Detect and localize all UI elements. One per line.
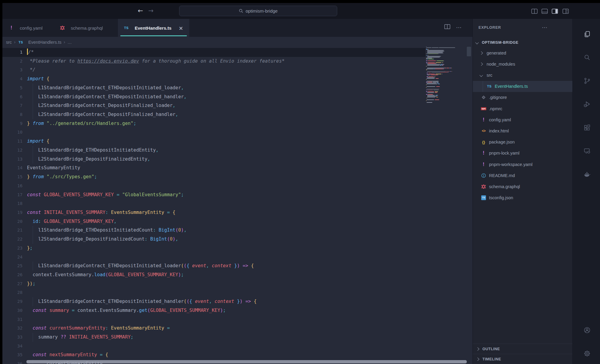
activity-extensions-icon[interactable] [583,123,591,132]
tree-item-pnpm-workspace.yaml[interactable]: !pnpm-workspace.yaml [473,159,573,170]
close-tab-icon[interactable]: × [179,25,183,31]
tab-schema.graphql[interactable]: schema.graphql [54,19,117,37]
split-editor-icon[interactable] [444,24,450,29]
tree-item-schema.graphql[interactable]: schema.graphql [473,181,573,192]
code-line-16[interactable]: 16 [2,182,472,191]
tab-EventHandlers.ts[interactable]: TSEventHandlers.ts× [118,19,189,37]
tree-item-src[interactable]: src [473,70,573,81]
activity-bar [572,19,600,364]
code-line-4[interactable]: 4import { [2,75,472,84]
tree-item-label: tsconfig.json [489,195,513,200]
code-line-25[interactable]: 25 L1StandardBridgeContract_ETHDepositIn… [2,262,472,271]
code-line-24[interactable]: 24 [2,253,472,262]
tab-config.yaml[interactable]: !config.yaml [3,19,56,37]
code-line-28[interactable]: 28 [2,288,472,297]
code-line-31[interactable]: 31 [2,315,472,324]
activity-docker-icon[interactable] [583,170,591,179]
code-line-5[interactable]: 5 L1StandardBridgeContract_ETHDepositIni… [2,84,472,93]
code-area[interactable]: 1/*2 *Please refer to https://docs.envio… [2,48,472,364]
active-tab-underline [120,35,187,36]
code-line-7[interactable]: 7 L2StandardBridgeContract_DepositFinali… [2,101,472,110]
tree-item-node_modules[interactable]: node_modules [473,58,573,70]
line-number: 6 [2,93,22,102]
code-line-17[interactable]: 17const GLOBAL_EVENTS_SUMMARY_KEY = "Glo… [2,191,472,200]
code-line-9[interactable]: 9} from "../generated/src/Handlers.gen"; [2,119,472,128]
code-line-3[interactable]: 3 */ [2,66,472,75]
toggle-secondary-sidebar-icon[interactable] [551,7,559,15]
code-line-12[interactable]: 12 L1StandardBridge_ETHDepositInitiatedE… [2,146,472,155]
tree-item-tsconfig.json[interactable]: TStsconfig.json [473,192,573,203]
activity-accounts-icon[interactable] [583,326,591,334]
code-line-13[interactable]: 13 L2StandardBridge_DepositFinalizedEnti… [2,155,472,164]
code-line-19[interactable]: 19const INITIAL_EVENTS_SUMMARY: EventsSu… [2,208,472,217]
back-arrow-icon[interactable]: ← [136,7,144,15]
line-number: 22 [2,235,22,244]
code-line-32[interactable]: 32 const currentSummaryEntity: EventsSum… [2,324,472,333]
tree-item-pnpm-lock.yaml[interactable]: !pnpm-lock.yaml [473,148,573,159]
code-line-11[interactable]: 11import { [2,137,472,146]
customize-layout-icon[interactable] [562,7,569,15]
tree-item-package.json[interactable]: {}package.json [473,137,573,148]
activity-explorer-icon[interactable] [583,30,591,38]
vertical-scrollbar[interactable] [467,47,471,56]
activity-run-debug-icon[interactable] [583,100,591,108]
workspace-root[interactable]: OPTIMISM-BRIDGE [473,38,576,47]
editor-pane[interactable]: src›TSEventHandlers.ts›… 1/*2 *Please re… [2,37,472,364]
code-line-34[interactable]: 34 [2,342,472,351]
code-line-2[interactable]: 2 *Please refer to https://docs.envio.de… [2,57,472,66]
code-line-18[interactable]: 18 [2,199,472,208]
activity-settings-icon[interactable] [583,349,591,358]
code-line-33[interactable]: 33 summary ?? INITIAL_EVENTS_SUMMARY; [2,333,472,342]
section-outline[interactable]: OUTLINE [473,344,576,354]
minimap[interactable] [426,46,467,106]
activity-source-control-icon[interactable] [583,77,591,85]
command-center-search[interactable]: optimism-bridge [179,6,337,16]
tree-item-index.html[interactable]: <>index.html [473,125,573,136]
tree-item-config.yaml[interactable]: !config.yaml [473,114,573,125]
code-line-text: import { [27,137,50,146]
code-line-29[interactable]: 29 L1StandardBridgeContract_ETHDepositIn… [2,297,472,306]
tree-item-README.md[interactable]: README.md [473,170,573,181]
breadcrumb[interactable]: src›TSEventHandlers.ts›… [6,39,72,46]
section-timeline[interactable]: TIMELINE [473,354,576,364]
tree-item-label: schema.graphql [489,184,520,189]
line-number: 20 [2,217,22,226]
breadcrumb-item[interactable]: EventHandlers.ts [28,40,61,45]
explorer-more-icon[interactable]: ⋯ [542,24,548,30]
forward-arrow-icon[interactable]: → [147,7,155,15]
code-line-8[interactable]: 8 L2StandardBridgeContract_DepositFinali… [2,110,472,119]
toggle-panel-icon[interactable] [541,7,548,15]
code-line-text: const summary = context.EventsSummary.ge… [27,306,226,315]
activity-search-icon[interactable] [583,53,591,62]
code-line-35[interactable]: 35 const nextSummaryEntity = { [2,351,472,360]
code-line-26[interactable]: 26 context.EventsSummary.load(GLOBAL_EVE… [2,271,472,280]
breadcrumb-item[interactable]: … [68,40,72,45]
code-line-21[interactable]: 21 l1StandardBridge_ETHDepositInitiatedC… [2,226,472,235]
breadcrumb-item[interactable]: src [6,40,12,45]
toggle-primary-sidebar-icon[interactable] [530,7,538,15]
editor-more-actions-icon[interactable]: ⋯ [456,24,462,31]
tree-item-.gitignore[interactable]: .gitignore [473,92,573,103]
tree-item-label: generated [487,51,506,55]
line-number: 8 [2,110,22,119]
code-line-20[interactable]: 20 id: GLOBAL_EVENTS_SUMMARY_KEY, [2,217,472,226]
tree-item-.npmrc[interactable]: npm.npmrc [473,103,573,114]
line-number: 34 [2,342,22,351]
line-number: 18 [2,199,22,208]
tree-item-label: EventHandlers.ts [495,84,528,89]
code-line-10[interactable]: 10 [2,128,472,137]
code-line-1[interactable]: 1/* [2,48,472,57]
code-line-27[interactable]: 27}); [2,280,472,289]
npm-icon: npm [481,107,487,110]
code-line-15[interactable]: 15} from "./src/Types.gen"; [2,173,472,182]
tree-item-generated[interactable]: generated [473,47,573,58]
code-line-text: l2StandardBridge_DepositFinalizedCount: … [27,235,178,244]
code-line-22[interactable]: 22 l2StandardBridge_DepositFinalizedCoun… [2,235,472,244]
code-line-30[interactable]: 30 const summary = context.EventsSummary… [2,306,472,315]
code-line-23[interactable]: 23}; [2,244,472,253]
tree-item-EventHandlers.ts[interactable]: TSEventHandlers.ts [473,81,573,92]
code-line-14[interactable]: 14EventsSummaryEntity [2,164,472,173]
activity-remote-explorer-icon[interactable] [583,147,591,155]
code-line-6[interactable]: 6 L1StandardBridgeContract_ETHDepositIni… [2,93,472,102]
horizontal-scrollbar[interactable] [26,360,467,363]
